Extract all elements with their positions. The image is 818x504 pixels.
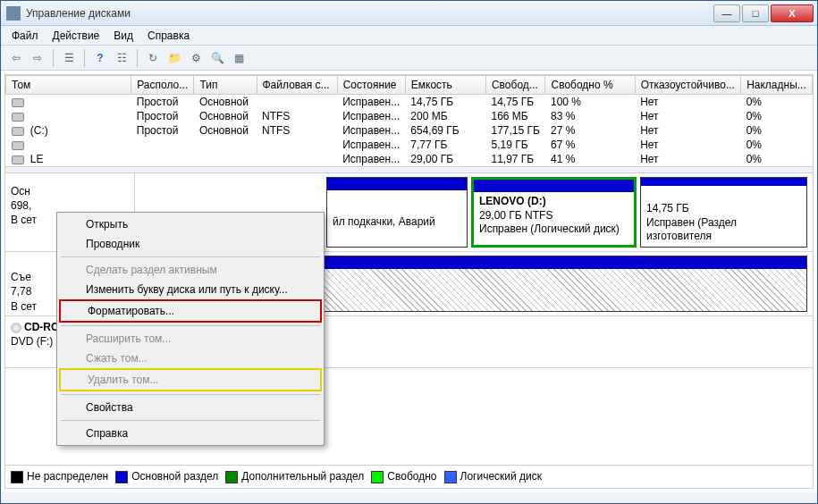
back-icon[interactable]: ⇦ <box>6 48 26 68</box>
table-row[interactable]: (C:)ПростойОсновнойNTFSИсправен...654,69… <box>6 123 813 138</box>
toolbar-separator <box>84 49 85 67</box>
cell: Нет <box>635 109 740 123</box>
column-header[interactable]: Файловая с... <box>257 76 337 95</box>
ctx-properties[interactable]: Свойства <box>59 398 322 417</box>
cell: 0% <box>741 152 813 166</box>
column-header[interactable]: Том <box>6 76 131 95</box>
toolbar-separator <box>137 49 138 67</box>
cell: 166 МБ <box>485 109 545 123</box>
ctx-shrink: Сжать том... <box>59 349 322 368</box>
cell: LE <box>6 152 131 166</box>
column-header[interactable]: Состояние <box>337 76 405 95</box>
column-header[interactable]: Свобод... <box>485 76 545 95</box>
ctx-format[interactable]: Форматировать... <box>59 299 322 323</box>
cell: Нет <box>635 138 740 152</box>
view-bottom-icon[interactable]: ▦ <box>229 48 249 68</box>
properties-icon[interactable]: ☷ <box>112 48 131 68</box>
cell: Исправен... <box>337 95 405 110</box>
forward-icon[interactable]: ⇨ <box>28 48 47 68</box>
volume-icon <box>12 127 24 136</box>
volume-icon <box>12 98 24 107</box>
cell: Исправен... <box>337 152 405 166</box>
titlebar[interactable]: Управление дисками — □ X <box>1 1 817 26</box>
cell: 0% <box>741 138 813 152</box>
cell: 29,00 ГБ <box>405 152 485 166</box>
cell: Нет <box>635 152 740 166</box>
cell: Исправен... <box>337 109 405 123</box>
ctx-delete: Удалить том... <box>59 368 322 391</box>
partition[interactable]: йл подкачки, Аварий <box>326 177 468 248</box>
cell: Простой <box>131 123 194 138</box>
ctx-extend: Расширить том... <box>59 329 322 349</box>
column-header[interactable]: Свободно % <box>545 76 635 95</box>
refresh-icon[interactable]: ↻ <box>143 48 163 68</box>
disk0-name: Осн <box>11 184 129 198</box>
cell <box>194 152 257 166</box>
minimize-button[interactable]: — <box>713 4 740 22</box>
rescan-icon[interactable]: 📁 <box>164 48 184 68</box>
volume-icon <box>12 113 24 122</box>
ctx-separator <box>61 394 320 395</box>
cell: 41 % <box>545 152 635 166</box>
lenovo-state: Исправен (Логический диск) <box>479 223 628 237</box>
table-row[interactable]: Исправен...7,77 ГБ5,19 ГБ67 %Нет0% <box>6 138 813 152</box>
legend-unallocated: Не распределен <box>11 470 108 483</box>
cell: Простой <box>131 109 194 123</box>
settings-icon[interactable]: ⚙ <box>186 48 206 68</box>
cell: 14,75 ГБ <box>405 95 485 110</box>
partition-oem[interactable]: 14,75 ГБ Исправен (Раздел изготовителя <box>640 177 807 248</box>
ctx-open[interactable]: Открыть <box>59 214 322 234</box>
cell <box>257 152 337 166</box>
legend-logical: Логический диск <box>444 470 543 483</box>
menu-file[interactable]: Файл <box>4 28 46 44</box>
ctx-explorer[interactable]: Проводник <box>59 234 322 254</box>
cell <box>194 138 257 152</box>
app-icon <box>6 6 21 21</box>
content-area: ТомРасполо...ТипФайловая с...СостояниеЕм… <box>4 74 814 489</box>
cell <box>131 152 194 166</box>
splitter[interactable] <box>5 166 813 173</box>
column-header[interactable]: Емкость <box>405 76 485 95</box>
show-hide-icon[interactable]: ☰ <box>59 48 79 68</box>
cell: Исправен... <box>337 138 405 152</box>
lenovo-sub: 29,00 ГБ NTFS <box>479 209 628 223</box>
oem-size: 14,75 ГБ <box>646 202 801 216</box>
menu-view[interactable]: Вид <box>106 28 140 44</box>
cell: Нет <box>635 95 740 110</box>
volume-table[interactable]: ТомРасполо...ТипФайловая с...СостояниеЕм… <box>5 75 813 166</box>
table-row[interactable]: ПростойОсновнойИсправен...14,75 ГБ14,75 … <box>6 95 813 110</box>
table-row[interactable]: LEИсправен...29,00 ГБ11,97 ГБ41 %Нет0% <box>6 152 813 166</box>
partition-lenovo[interactable]: LENOVO (D:) 29,00 ГБ NTFS Исправен (Логи… <box>471 177 637 248</box>
view-top-icon[interactable]: 🔍 <box>207 48 227 68</box>
cell: 83 % <box>545 109 635 123</box>
disc-icon <box>11 323 21 333</box>
part-state: йл подкачки, Аварий <box>333 215 435 228</box>
ctx-separator <box>61 325 320 326</box>
cell: NTFS <box>257 109 337 123</box>
cell: (C:) <box>6 123 131 138</box>
column-header[interactable]: Накладны... <box>741 76 813 95</box>
menu-help[interactable]: Справка <box>140 28 197 44</box>
maximize-button[interactable]: □ <box>742 4 769 22</box>
table-row[interactable]: ПростойОсновнойNTFSИсправен...200 МБ166 … <box>6 109 813 123</box>
cell: Основной <box>194 123 257 138</box>
menu-action[interactable]: Действие <box>46 28 107 44</box>
cell: 14,75 ГБ <box>485 95 545 110</box>
cell <box>131 138 194 152</box>
column-header[interactable]: Тип <box>194 76 257 95</box>
help-icon[interactable]: ? <box>90 48 110 68</box>
cell <box>6 138 131 152</box>
legend-free: Свободно <box>371 470 436 483</box>
context-menu: Открыть Проводник Сделать раздел активны… <box>56 212 325 446</box>
cell: Простой <box>131 95 194 110</box>
oem-state: Исправен (Раздел изготовителя <box>646 216 801 244</box>
ctx-change-letter[interactable]: Изменить букву диска или путь к диску... <box>59 280 322 299</box>
cell: Нет <box>635 123 740 138</box>
cell: Основной <box>194 109 257 123</box>
legend-bar: Не распределен Основной раздел Дополните… <box>5 465 813 488</box>
column-header[interactable]: Отказоустойчиво... <box>635 76 740 95</box>
close-button[interactable]: X <box>771 4 814 22</box>
ctx-separator <box>61 420 320 421</box>
column-header[interactable]: Располо... <box>131 76 194 95</box>
ctx-help[interactable]: Справка <box>59 424 322 443</box>
